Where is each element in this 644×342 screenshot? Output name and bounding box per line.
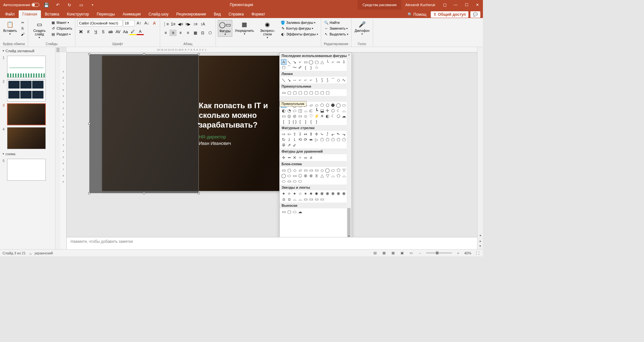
shape-flow[interactable]: ⬭ [281,178,286,184]
shape-basic[interactable]: ⬓ [319,108,325,113]
shape-basic[interactable]: ☾ [330,113,336,119]
shape-line[interactable]: ⌐ [308,77,314,83]
underline-button[interactable]: Ч [92,29,99,35]
tab-home[interactable]: Главная [19,10,41,18]
shape-basic[interactable]: ✛ [325,108,330,113]
dictate-button[interactable]: 🎤 Диктофон ▾ [353,20,371,36]
shape-arrow[interactable]: ⟱ [281,142,286,148]
shape-flow[interactable]: ⧖ [314,173,319,178]
shape-ribbon[interactable]: ▭ [319,196,325,202]
shape-flow[interactable]: ▽ [341,167,347,173]
present-icon[interactable]: ▭ [77,0,86,9]
shape-rectangle[interactable]: ▭ [303,59,308,65]
align-left-button[interactable]: ≡ [162,30,169,36]
shape-rect[interactable]: ▢ [308,90,314,95]
shape-callout[interactable]: ⬭ [292,209,297,214]
scrollbar-thumb[interactable] [347,208,351,237]
shape-basic[interactable]: ⯃ [330,102,336,108]
slide-subtitle-2[interactable]: Иван Иванович [199,141,231,146]
tab-format[interactable]: Формат [248,10,269,18]
minimize-icon[interactable]: — [450,0,461,10]
slide-thumb-5[interactable]: 5 [0,158,55,182]
shape-arrow-down[interactable]: ⇩ [341,59,347,65]
shape-brace-r[interactable]: } [308,65,314,70]
align-center-button[interactable]: ≡ [169,30,177,36]
shape-basic[interactable]: ⬭ [292,108,297,113]
shape-ribbon[interactable]: ⧈ [286,196,292,202]
section-button[interactable]: ▤Раздел ▾ [50,32,73,37]
shape-line[interactable]: ＼ [281,77,286,83]
shape-basic[interactable]: ◐ [281,108,286,113]
shape-basic[interactable]: ◯ [336,102,341,108]
tab-review[interactable]: Рецензирование [172,10,210,18]
shape-eq[interactable]: ━ [286,155,292,160]
shape-basic[interactable]: ⚡ [314,113,319,119]
resize-handle[interactable] [143,53,145,55]
shape-arc[interactable]: ⌒ [330,77,336,83]
shape-arrow[interactable]: ⤷ [319,131,325,137]
gallery-scrollbar[interactable]: ▴ ▾ [347,53,351,237]
numbering-button[interactable]: 1≡ [169,21,177,27]
shape-star[interactable]: ❋ [341,191,347,196]
resize-handle[interactable] [88,123,90,125]
shape-star[interactable]: ✧ [286,191,292,196]
shape-flow[interactable]: ◇ [292,167,297,173]
shape-flow[interactable]: ⬭ [297,178,303,184]
shape-oval[interactable]: ◯ [308,59,314,65]
shape-flow[interactable]: ▭ [286,178,292,184]
save-icon[interactable]: 💾 [42,0,51,9]
shape-basic[interactable]: ⌓ [303,108,308,113]
redo-icon[interactable]: ↻ [65,0,74,9]
zoom-out-icon[interactable]: − [417,251,423,256]
align-text-button[interactable]: ⊡ [199,30,206,36]
shape-basic[interactable]: ⬡ [336,113,341,119]
shape-line[interactable]: ↔ [292,77,297,83]
language-indicator[interactable]: украинский [34,251,53,255]
slide-thumb-1[interactable]: 1 [0,55,55,79]
columns-button[interactable]: ▦ [192,30,199,36]
shape-line[interactable]: ⌐ [303,77,308,83]
shape-arrow[interactable]: ⬌ [308,137,314,142]
slide-title-text[interactable]: Как попасть в IT и сколько можно зарабат… [199,101,283,130]
shape-rect[interactable]: ▢ [303,90,308,95]
shape-basic[interactable]: ┗ [314,108,319,113]
shapes-button[interactable]: ◯▭ Фигуры ▾ [218,20,232,37]
shape-ribbon[interactable]: ▭ [303,196,308,202]
notes-view-icon[interactable]: ▤ [372,251,378,256]
shape-arrow[interactable]: ▷ [314,137,319,142]
paste-button[interactable]: 📋 Вставить ▾ [2,20,18,36]
slideshow-view-icon[interactable]: ▭ [408,251,414,256]
tab-help[interactable]: Справка [225,10,247,18]
prev-slide-icon[interactable]: ▴ [478,239,482,243]
zoom-slider[interactable] [426,252,452,253]
undo-icon[interactable]: ↶ [53,0,62,9]
shape-star[interactable]: ✶ [303,191,308,196]
normal-view-icon[interactable]: ▦ [381,251,387,256]
shape-basic[interactable]: ▱ [308,102,314,108]
slide-section-title[interactable]: Слайд заглавный [0,47,55,55]
tell-me-button[interactable]: 🔍 Помощ [405,11,429,18]
slide-subtitle-1[interactable]: HR-директор [199,134,226,139]
shape-arrow[interactable]: ⬠ [330,137,336,142]
share-button[interactable]: ⇪ Общий доступ [431,11,468,18]
shape-flow[interactable]: ▭ [281,167,286,173]
qat-dropdown-icon[interactable]: ▾ [88,0,97,9]
replace-button[interactable]: ↔Заменить ▾ [323,26,349,31]
text-direction-button[interactable]: ↕A [199,21,206,27]
shape-callout[interactable]: ▢ [286,209,292,214]
shape-flow[interactable]: ⌓ [330,173,336,178]
line-spacing-button[interactable]: ↕≡ [192,21,199,27]
resize-handle[interactable] [143,192,145,194]
tab-file[interactable]: Файл [1,10,19,18]
shape-arrow-right[interactable]: ⇨ [336,59,341,65]
shape-basic[interactable]: ◫ [297,108,303,113]
shape-eq[interactable]: ÷ [297,155,303,160]
bold-button[interactable]: Ж [77,29,84,35]
shape-flow[interactable]: ◯ [281,173,286,178]
shape-freeform[interactable]: ◇ [336,77,341,83]
cut-button[interactable]: ✂ [19,20,26,25]
tab-transitions[interactable]: Переходы [93,10,119,18]
shape-arrow[interactable]: ⬐ [330,131,336,137]
shape-basic[interactable]: } [314,119,319,124]
shape-arrow[interactable]: ⇨ [281,131,286,137]
